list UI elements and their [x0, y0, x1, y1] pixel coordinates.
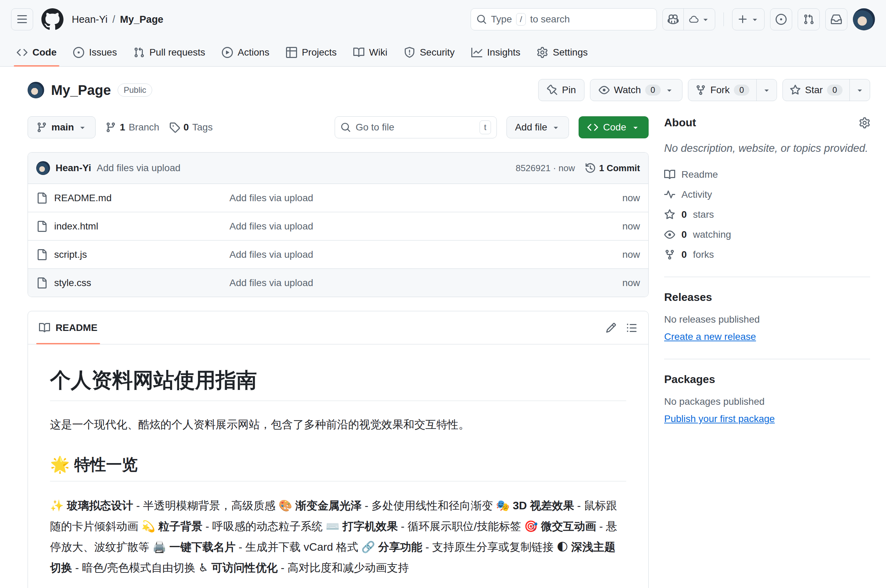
packages-section: Packages No packages published Publish y…: [664, 359, 870, 438]
chevron-down-icon: [701, 15, 710, 24]
tab-pull-requests[interactable]: Pull requests: [128, 39, 211, 66]
commit-message[interactable]: Add files via upload: [97, 162, 180, 174]
file-link[interactable]: index.html: [54, 221, 98, 232]
tab-code[interactable]: Code: [11, 39, 62, 66]
tab-label: Insights: [487, 47, 521, 58]
create-new-button[interactable]: [732, 8, 765, 30]
hamburger-menu-button[interactable]: [11, 8, 33, 30]
pulse-icon: [664, 189, 675, 200]
file-commit-message[interactable]: Add files via upload: [229, 192, 564, 204]
git-branch-icon: [36, 122, 47, 133]
branch-count: 1: [120, 122, 125, 133]
fork-button[interactable]: Fork 0: [688, 80, 756, 101]
chevron-down-icon: [78, 123, 87, 132]
copilot-dropdown[interactable]: [684, 9, 715, 30]
breadcrumb-repo[interactable]: My_Page: [120, 14, 163, 25]
tab-actions[interactable]: Actions: [216, 39, 275, 66]
file-link[interactable]: style.css: [54, 278, 91, 288]
fork-count: 0: [734, 84, 750, 96]
readme-tab-label: README: [55, 322, 97, 333]
file-commit-message[interactable]: Add files via upload: [229, 249, 564, 260]
repo-owner-avatar: [28, 82, 44, 98]
inbox-button[interactable]: [825, 8, 847, 30]
fork-dropdown[interactable]: [756, 80, 777, 101]
breadcrumb-owner[interactable]: Hean-Yi: [72, 14, 108, 25]
sidebar-item-stars[interactable]: 0stars: [664, 209, 870, 220]
branch-selector[interactable]: main: [28, 116, 96, 138]
publish-package-link[interactable]: Publish your first package: [664, 413, 775, 424]
stat-label: Readme: [681, 169, 718, 180]
star-dropdown[interactable]: [849, 80, 870, 101]
packages-title: Packages: [664, 373, 870, 386]
pin-label: Pin: [562, 84, 576, 96]
file-icon: [36, 278, 47, 288]
tab-label: Projects: [302, 47, 337, 58]
code-icon: [16, 47, 28, 58]
releases-title: Releases: [664, 291, 870, 304]
copilot-icon: [668, 14, 679, 25]
stat-label: Activity: [681, 189, 712, 200]
add-file-button[interactable]: Add file: [507, 116, 569, 138]
breadcrumb: Hean-Yi / My_Page: [72, 14, 163, 25]
stat-label: watching: [693, 229, 732, 240]
history-icon: [585, 162, 596, 174]
code-button[interactable]: Code: [579, 116, 649, 138]
visibility-badge: Public: [118, 84, 152, 97]
create-release-link[interactable]: Create a new release: [664, 331, 756, 342]
stat-count: 0: [681, 209, 687, 220]
tab-projects[interactable]: Projects: [280, 39, 342, 66]
readme-tab[interactable]: README: [39, 311, 97, 344]
git-pull-request-icon: [803, 14, 814, 25]
github-logo[interactable]: [41, 8, 63, 30]
tab-insights[interactable]: Insights: [466, 39, 526, 66]
list-unordered-icon[interactable]: [626, 322, 637, 333]
tab-label: Security: [420, 47, 455, 58]
sidebar-item-readme[interactable]: Readme: [664, 169, 870, 180]
star-button[interactable]: Star 0: [783, 80, 849, 101]
file-commit-message[interactable]: Add files via upload: [229, 221, 564, 232]
repo-title[interactable]: My_Page: [51, 82, 111, 98]
issues-header-button[interactable]: [770, 8, 792, 30]
tab-wiki[interactable]: Wiki: [348, 39, 393, 66]
sidebar-item-activity[interactable]: Activity: [664, 189, 870, 200]
branch-name: main: [51, 122, 74, 133]
tab-issues[interactable]: Issues: [67, 39, 123, 66]
commit-author-avatar[interactable]: [36, 161, 50, 175]
star-icon: [664, 209, 675, 220]
commit-hash-time[interactable]: 8526921 · now: [516, 163, 575, 174]
pin-button[interactable]: Pin: [538, 79, 585, 101]
readme-header: README: [28, 311, 648, 344]
gear-icon[interactable]: [859, 117, 870, 128]
sidebar-item-forks[interactable]: 0forks: [664, 249, 870, 260]
tab-label: Actions: [238, 47, 270, 58]
search-icon: [340, 122, 351, 132]
tab-security[interactable]: Security: [399, 39, 460, 66]
packages-empty-text: No packages published: [664, 396, 870, 407]
pull-requests-header-button[interactable]: [798, 8, 820, 30]
eye-icon: [598, 84, 610, 96]
pin-icon: [547, 84, 558, 96]
table-row: script.jsAdd files via uploadnow: [28, 240, 648, 268]
go-to-file-input[interactable]: Go to file t: [335, 116, 497, 138]
table-icon: [286, 47, 297, 58]
chevron-down-icon: [665, 86, 674, 94]
pencil-icon[interactable]: [606, 322, 616, 333]
watch-button[interactable]: Watch 0: [590, 79, 682, 101]
file-link[interactable]: README.md: [54, 192, 111, 204]
copilot-button[interactable]: [663, 8, 715, 30]
latest-commit-bar: Hean-Yi Add files via upload 8526921 · n…: [28, 153, 648, 184]
tab-label: Code: [32, 47, 57, 58]
commit-history-link[interactable]: 1 Commit: [585, 162, 640, 174]
file-link[interactable]: script.js: [54, 249, 87, 260]
commit-author[interactable]: Hean-Yi: [55, 162, 91, 174]
readme-features-text: ✨ 玻璃拟态设计 - 半透明模糊背景，高级质感 🎨 渐变金属光泽 - 多处使用线…: [50, 495, 626, 578]
search-input[interactable]: Type / to search: [471, 8, 657, 30]
sidebar-item-watching[interactable]: 0watching: [664, 229, 870, 240]
tab-settings[interactable]: Settings: [531, 39, 593, 66]
about-description: No description, website, or topics provi…: [664, 140, 870, 157]
breadcrumb-separator: /: [112, 14, 115, 25]
branches-link[interactable]: 1 Branch: [105, 122, 159, 133]
file-commit-message[interactable]: Add files via upload: [229, 278, 564, 288]
user-avatar[interactable]: [853, 8, 875, 30]
tags-link[interactable]: 0 Tags: [169, 122, 213, 133]
